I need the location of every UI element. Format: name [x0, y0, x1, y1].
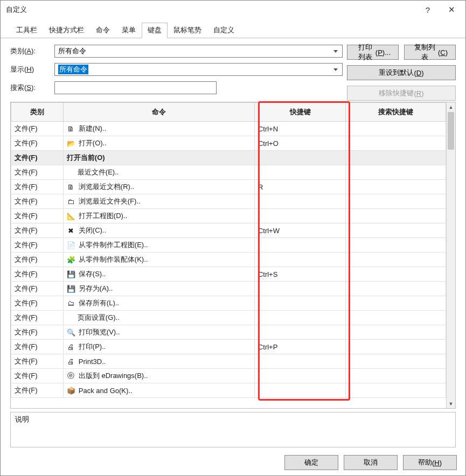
- help-button[interactable]: ?: [416, 2, 440, 18]
- column-header[interactable]: 搜索快捷键: [346, 103, 446, 122]
- scroll-up-icon[interactable]: ▲: [447, 102, 455, 111]
- cell-command: 🔍打印预览(V)..: [63, 325, 254, 340]
- command-label: 从零件制作装配体(K)..: [79, 255, 148, 264]
- table-row[interactable]: 文件(F)🗎新建(N)..Ctrl+N: [11, 122, 446, 136]
- cell-search-shortcut[interactable]: [346, 340, 446, 354]
- cell-search-shortcut[interactable]: [346, 238, 446, 253]
- cell-command: 🖨Print3D..: [63, 354, 254, 369]
- cell-shortcut[interactable]: R: [254, 180, 345, 194]
- close-button[interactable]: ✕: [440, 2, 463, 18]
- new-icon: 🗎: [67, 124, 75, 133]
- table-row[interactable]: 文件(F)打开当前(O): [11, 151, 446, 165]
- table-row[interactable]: 文件(F)最近文件(E)..: [11, 165, 446, 180]
- ok-button[interactable]: 确定: [284, 455, 338, 470]
- table-row[interactable]: 文件(F)📐打开工程图(D)..: [11, 209, 446, 223]
- table-row[interactable]: 文件(F)💾另存为(A)..: [11, 282, 446, 296]
- help-icon: ?: [426, 5, 430, 15]
- cell-search-shortcut[interactable]: [346, 383, 446, 398]
- cell-search-shortcut[interactable]: [346, 282, 446, 296]
- table-row[interactable]: 文件(F)ⓔ出版到 eDrawings(B)..: [11, 369, 446, 383]
- cell-search-shortcut[interactable]: [346, 194, 446, 209]
- cell-shortcut[interactable]: Ctrl+O: [254, 136, 345, 151]
- table-row[interactable]: 文件(F)📦Pack and Go(K)..: [11, 383, 446, 398]
- cell-category: 文件(F): [11, 238, 64, 253]
- cell-search-shortcut[interactable]: [346, 122, 446, 136]
- makeasm-icon: 🧩: [67, 255, 75, 264]
- tab-菜单[interactable]: 菜单: [116, 23, 142, 38]
- cell-search-shortcut[interactable]: [346, 296, 446, 311]
- search-input[interactable]: [54, 81, 217, 94]
- cell-shortcut[interactable]: Ctrl+W: [254, 223, 345, 238]
- cell-search-shortcut[interactable]: [346, 354, 446, 369]
- show-combo[interactable]: 所有命令: [54, 63, 343, 76]
- table-row[interactable]: 文件(F)页面设置(G)..: [11, 311, 446, 325]
- cancel-button[interactable]: 取消: [344, 455, 398, 470]
- print-list-button[interactable]: 打印列表(P)...: [347, 45, 399, 60]
- column-header[interactable]: 类别: [11, 103, 64, 122]
- cell-search-shortcut[interactable]: [346, 223, 446, 238]
- cell-shortcut[interactable]: [254, 282, 345, 296]
- cell-shortcut[interactable]: [254, 253, 345, 267]
- shortcut-table-scroll[interactable]: 类别命令快捷键搜索快捷键 文件(F)🗎新建(N)..Ctrl+N文件(F)📂打开…: [11, 102, 446, 408]
- cell-command: 最近文件(E)..: [63, 165, 254, 180]
- cell-shortcut[interactable]: [254, 165, 345, 180]
- cell-shortcut[interactable]: [254, 238, 345, 253]
- close-icon: ✕: [448, 5, 455, 15]
- table-row[interactable]: 文件(F)🖨打印(P)..Ctrl+P: [11, 340, 446, 354]
- scroll-down-icon[interactable]: ▼: [447, 399, 455, 408]
- cell-shortcut[interactable]: Ctrl+S: [254, 267, 345, 282]
- vertical-scrollbar[interactable]: ▲ ▼: [446, 102, 455, 408]
- help-footer-button[interactable]: 帮助(H): [403, 455, 457, 470]
- cell-search-shortcut[interactable]: [346, 253, 446, 267]
- table-row[interactable]: 文件(F)🗀浏览最近文件夹(F)..: [11, 194, 446, 209]
- table-row[interactable]: 文件(F)📄从零件制作工程图(E)..: [11, 238, 446, 253]
- cell-shortcut[interactable]: [254, 194, 345, 209]
- scroll-thumb[interactable]: [448, 112, 454, 150]
- cell-search-shortcut[interactable]: [346, 311, 446, 325]
- column-header[interactable]: 快捷键: [254, 103, 345, 122]
- customize-dialog: 自定义 ? ✕ 工具栏快捷方式栏命令菜单键盘鼠标笔势自定义 类别(A): 所有命…: [0, 0, 466, 476]
- tab-键盘[interactable]: 键盘: [142, 23, 168, 38]
- table-row[interactable]: 文件(F)💾保存(S)..Ctrl+S: [11, 267, 446, 282]
- filters: 类别(A): 所有命令 显示(H) 所有命令 搜索(S):: [10, 45, 343, 101]
- cell-shortcut[interactable]: [254, 311, 345, 325]
- cell-search-shortcut[interactable]: [346, 180, 446, 194]
- cell-search-shortcut[interactable]: [346, 267, 446, 282]
- cell-shortcut[interactable]: [254, 325, 345, 340]
- cell-shortcut[interactable]: [254, 354, 345, 369]
- cell-shortcut[interactable]: Ctrl+P: [254, 340, 345, 354]
- saveas-icon: 💾: [67, 284, 75, 293]
- tab-工具栏[interactable]: 工具栏: [10, 23, 43, 38]
- cell-search-shortcut[interactable]: [346, 151, 446, 165]
- table-row[interactable]: 文件(F)📂打开(O)..Ctrl+O: [11, 136, 446, 151]
- table-row[interactable]: 文件(F)🧩从零件制作装配体(K)..: [11, 253, 446, 267]
- table-row[interactable]: 文件(F)✖关闭(C)..Ctrl+W: [11, 223, 446, 238]
- cell-shortcut[interactable]: Ctrl+N: [254, 122, 345, 136]
- reset-default-button[interactable]: 重设到默认(D): [347, 65, 456, 80]
- tab-快捷方式栏[interactable]: 快捷方式栏: [43, 23, 90, 38]
- cell-shortcut[interactable]: [254, 209, 345, 223]
- table-row[interactable]: 文件(F)🖨Print3D..: [11, 354, 446, 369]
- tab-命令[interactable]: 命令: [90, 23, 116, 38]
- category-combo[interactable]: 所有命令: [54, 45, 343, 58]
- cell-shortcut[interactable]: [254, 151, 345, 165]
- cell-search-shortcut[interactable]: [346, 369, 446, 383]
- save-icon: 💾: [67, 270, 75, 278]
- cell-search-shortcut[interactable]: [346, 325, 446, 340]
- cell-shortcut[interactable]: [254, 369, 345, 383]
- tab-鼠标笔势[interactable]: 鼠标笔势: [168, 23, 207, 38]
- cell-shortcut[interactable]: [254, 296, 345, 311]
- table-row[interactable]: 文件(F)🗂保存所有(L)..: [11, 296, 446, 311]
- table-row[interactable]: 文件(F)🔍打印预览(V)..: [11, 325, 446, 340]
- cell-search-shortcut[interactable]: [346, 165, 446, 180]
- tab-自定义[interactable]: 自定义: [207, 23, 240, 38]
- cell-search-shortcut[interactable]: [346, 209, 446, 223]
- cell-command: 📄从零件制作工程图(E)..: [63, 238, 254, 253]
- search-label: 搜索(S):: [10, 83, 50, 93]
- cell-search-shortcut[interactable]: [346, 136, 446, 151]
- column-header[interactable]: 命令: [63, 103, 254, 122]
- copy-list-button[interactable]: 复制列表(C): [404, 45, 456, 60]
- makedrw-icon: 📄: [67, 241, 75, 249]
- table-row[interactable]: 文件(F)🗎浏览最近文档(R)..R: [11, 180, 446, 194]
- cell-shortcut[interactable]: [254, 383, 345, 398]
